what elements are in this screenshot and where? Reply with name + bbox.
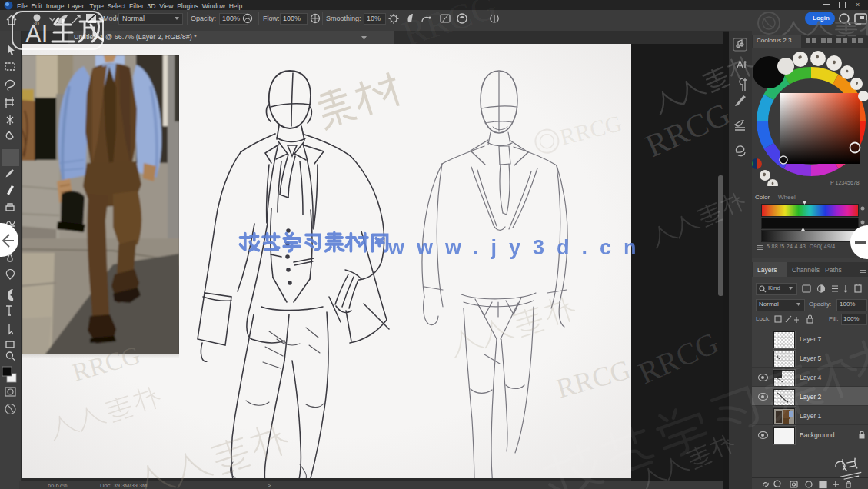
svg-text:www.jy3d.cn: www.jy3d.cn	[387, 236, 649, 259]
svg-text:AI: AI	[25, 21, 48, 48]
svg-text:RRCG: RRCG	[633, 325, 723, 391]
svg-text:RRCG: RRCG	[553, 354, 634, 404]
svg-text:RRCG: RRCG	[557, 110, 624, 150]
svg-text:RRCG: RRCG	[640, 96, 735, 165]
svg-text:RRCG: RRCG	[397, 0, 501, 54]
svg-text:RRCG: RRCG	[69, 341, 143, 386]
